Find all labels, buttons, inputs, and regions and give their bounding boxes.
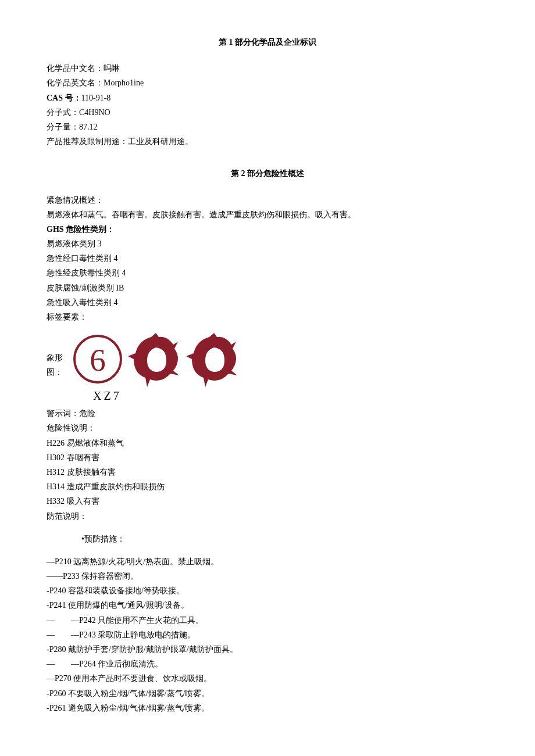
prevention-item: — —P242 只能使用不产生火花的工具。 <box>47 613 488 628</box>
emergency-text: 易燃液体和蒸气。吞咽有害。皮肤接触有害。造成严重皮肤灼伤和眼损伤。吸入有害。 <box>47 207 488 222</box>
prevention-item: ——P233 保持容器密闭。 <box>47 569 488 583</box>
label-elements: 标签要素： <box>47 310 488 324</box>
svg-text:6: 6 <box>90 342 106 378</box>
english-name-line: 化学品英文名：Morpho1ine <box>47 76 488 90</box>
hazard-statement: H226 易燃液体和蒸气 <box>47 436 488 450</box>
ghs-category: 急性经口毒性类别 4 <box>47 251 488 266</box>
section-2-title: 第 2 部分危险性概述 <box>47 166 488 181</box>
hazard-statement: H302 吞咽有害 <box>47 450 488 465</box>
hazard-statement-list: H226 易燃液体和蒸气 H302 吞咽有害 H312 皮肤接触有害 H314 … <box>47 436 488 509</box>
pictogram-label: 象形 图： <box>47 350 63 388</box>
prevention-item: -P280 戴防护手套/穿防护服/戴防护眼罩/戴防护面具。 <box>47 642 488 657</box>
ghs-category: 急性吸入毒性类别 4 <box>47 295 488 310</box>
ghs-label: GHS 危险性类别： <box>47 222 488 237</box>
ghs-category: 急性经皮肤毒性类别 4 <box>47 266 488 280</box>
prevention-item: -P260 不要吸入粉尘/烟/气体/烟雾/蒸气/喷雾。 <box>47 686 488 701</box>
section-1-title: 第 1 部分化学品及企业标识 <box>47 35 488 49</box>
hazard-statement: H312 皮肤接触有害 <box>47 465 488 479</box>
hazard-statement: H332 吸入有害 <box>47 494 488 508</box>
hazard-statement: H314 造成严重皮肤灼伤和眼损伤 <box>47 479 488 494</box>
chinese-name-line: 化学品中文名：吗啉 <box>47 61 488 76</box>
signal-word-line: 警示词：危险 <box>47 406 488 421</box>
prevention-item: —P270 使用本产品时不要进食、饮水或吸烟。 <box>47 671 488 686</box>
prevention-label: •预防措施： <box>81 532 488 546</box>
pictogram-row: 象形 图： 6 <box>47 330 488 388</box>
prevention-item: — —P243 采取防止静电放电的措施。 <box>47 628 488 642</box>
ghs-category: 皮肤腐蚀/刺激类别 IB <box>47 281 488 295</box>
formula-line: 分子式：C4H9NO <box>47 105 488 120</box>
prevention-item: — —P264 作业后彻底清洗。 <box>47 657 488 671</box>
prevention-item: -P241 使用防爆的电气/通风/照明/设备。 <box>47 598 488 612</box>
precaution-label: 防范说明： <box>47 509 488 524</box>
emergency-label: 紧急情况概述： <box>47 193 488 207</box>
ghs-category-list: 易燃液体类别 3 急性经口毒性类别 4 急性经皮肤毒性类别 4 皮肤腐蚀/刺激类… <box>47 237 488 310</box>
usage-line: 产品推荐及限制用途：工业及科研用途。 <box>47 134 488 149</box>
prevention-list: —P210 远离热源/火花/明火/热表面。禁止吸烟。 ——P233 保持容器密闭… <box>47 554 488 715</box>
ghs-category: 易燃液体类别 3 <box>47 237 488 251</box>
prevention-item: —P210 远离热源/火花/明火/热表面。禁止吸烟。 <box>47 554 488 569</box>
xz7-text: XZ7 <box>93 385 488 406</box>
prevention-item: -P240 容器和装载设备接地/等势联接。 <box>47 583 488 598</box>
hazard-statement-label: 危险性说明： <box>47 421 488 435</box>
ghs-pictogram-icon: 6 <box>69 330 243 388</box>
mw-line: 分子量：87.12 <box>47 120 488 134</box>
cas-line: CAS 号：110-91-8 <box>47 91 488 105</box>
prevention-item: -P261 避免吸入粉尘/烟/气体/烟雾/蒸气/喷雾。 <box>47 701 488 715</box>
